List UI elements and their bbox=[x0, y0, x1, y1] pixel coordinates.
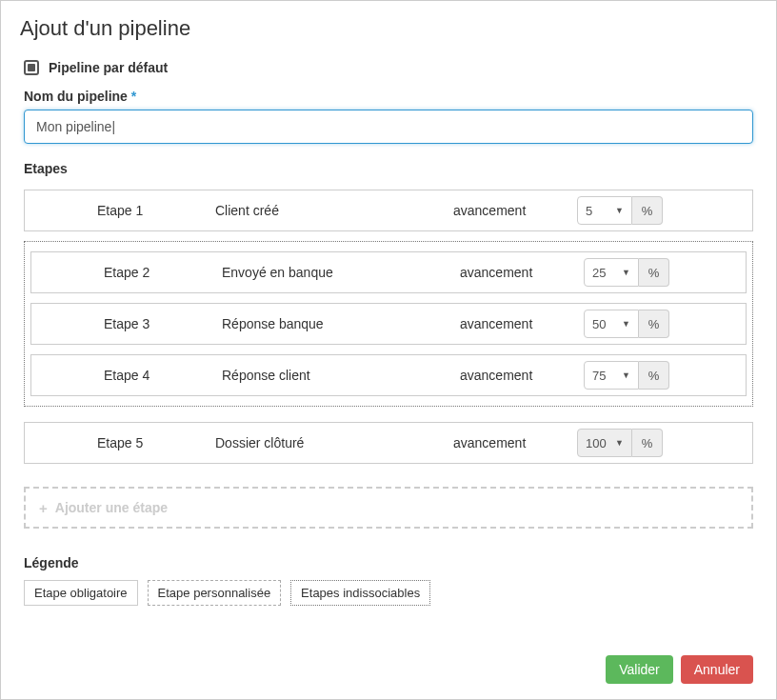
modal-header: Ajout d'un pipeline bbox=[1, 1, 776, 50]
avancement-select[interactable]: 75 ▼ bbox=[584, 361, 639, 390]
legend-personnalisee: Etape personnalisée bbox=[148, 580, 282, 606]
legend-obligatoire: Etape obligatoire bbox=[24, 580, 138, 606]
chevron-down-icon: ▼ bbox=[622, 268, 630, 277]
etape-name: Dossier clôturé bbox=[215, 435, 453, 450]
legend-row: Etape obligatoire Etape personnalisée Et… bbox=[24, 580, 753, 606]
etapes-indissociables-group: Etape 2 Envoyé en banque avancement 25 ▼… bbox=[24, 241, 753, 407]
etape-number: Etape 1 bbox=[25, 203, 215, 218]
avancement-select-wrap: 75 ▼ % bbox=[584, 361, 669, 390]
etape-name: Réponse banque bbox=[222, 316, 460, 331]
plus-icon: + bbox=[39, 500, 48, 516]
etape-number: Etape 5 bbox=[25, 435, 215, 450]
default-pipeline-label: Pipeline par défaut bbox=[49, 60, 168, 75]
etape-row: Etape 4 Réponse client avancement 75 ▼ % bbox=[30, 354, 747, 396]
avancement-select-wrap: 25 ▼ % bbox=[584, 258, 669, 287]
chevron-down-icon: ▼ bbox=[615, 438, 624, 448]
percent-addon: % bbox=[639, 361, 669, 390]
avancement-value: 50 bbox=[592, 317, 606, 331]
valider-button[interactable]: Valider bbox=[606, 655, 673, 684]
etape-number: Etape 2 bbox=[31, 265, 222, 280]
legend-indissociables: Etapes indissociables bbox=[290, 580, 430, 606]
avancement-label: avancement bbox=[460, 316, 584, 331]
avancement-value: 75 bbox=[592, 369, 606, 383]
avancement-select-wrap: 50 ▼ % bbox=[584, 310, 669, 338]
etape-name: Réponse client bbox=[222, 368, 460, 383]
percent-addon: % bbox=[639, 310, 669, 338]
avancement-value: 100 bbox=[586, 436, 607, 450]
annuler-button[interactable]: Annuler bbox=[681, 655, 753, 684]
percent-addon: % bbox=[639, 258, 669, 287]
etape-row: Etape 5 Dossier clôturé avancement 100 ▼… bbox=[24, 422, 753, 464]
avancement-select[interactable]: 100 ▼ bbox=[577, 429, 632, 457]
avancement-select[interactable]: 50 ▼ bbox=[584, 310, 639, 338]
legend-label: Légende bbox=[24, 555, 753, 570]
avancement-select[interactable]: 5 ▼ bbox=[577, 196, 632, 225]
default-pipeline-checkbox[interactable] bbox=[24, 60, 39, 75]
default-pipeline-row: Pipeline par défaut bbox=[24, 60, 753, 75]
modal-title: Ajout d'un pipeline bbox=[20, 16, 757, 41]
chevron-down-icon: ▼ bbox=[615, 206, 624, 215]
avancement-value: 25 bbox=[592, 266, 606, 280]
etape-name: Client créé bbox=[215, 203, 453, 218]
avancement-label: avancement bbox=[453, 435, 577, 450]
etape-row: Etape 1 Client créé avancement 5 ▼ % bbox=[24, 190, 753, 231]
add-etape-label: Ajouter une étape bbox=[55, 500, 168, 515]
add-pipeline-modal: Ajout d'un pipeline Pipeline par défaut … bbox=[0, 0, 777, 700]
percent-addon: % bbox=[632, 429, 663, 457]
pipeline-name-input[interactable] bbox=[24, 110, 753, 144]
avancement-label: avancement bbox=[460, 265, 584, 280]
chevron-down-icon: ▼ bbox=[622, 370, 630, 380]
avancement-select-wrap: 5 ▼ % bbox=[577, 196, 663, 225]
pipeline-name-label: Nom du pipeline * bbox=[24, 89, 753, 104]
avancement-select-wrap: 100 ▼ % bbox=[577, 429, 663, 457]
etape-row: Etape 3 Réponse banque avancement 50 ▼ % bbox=[30, 303, 747, 345]
percent-addon: % bbox=[632, 196, 663, 225]
required-marker: * bbox=[131, 89, 136, 104]
avancement-label: avancement bbox=[460, 368, 584, 383]
etape-number: Etape 4 bbox=[31, 368, 222, 383]
etape-number: Etape 3 bbox=[31, 316, 222, 331]
checkbox-checked-icon bbox=[28, 64, 35, 71]
add-etape-button[interactable]: + Ajouter une étape bbox=[24, 487, 753, 529]
etape-name: Envoyé en banque bbox=[222, 265, 460, 280]
modal-footer: Valider Annuler bbox=[1, 644, 776, 699]
avancement-select[interactable]: 25 ▼ bbox=[584, 258, 639, 287]
avancement-label: avancement bbox=[453, 203, 577, 218]
etape-row: Etape 2 Envoyé en banque avancement 25 ▼… bbox=[30, 251, 747, 293]
chevron-down-icon: ▼ bbox=[622, 319, 630, 329]
modal-body: Pipeline par défaut Nom du pipeline * Et… bbox=[1, 50, 776, 644]
etapes-section-label: Etapes bbox=[24, 161, 753, 176]
avancement-value: 5 bbox=[586, 204, 592, 218]
